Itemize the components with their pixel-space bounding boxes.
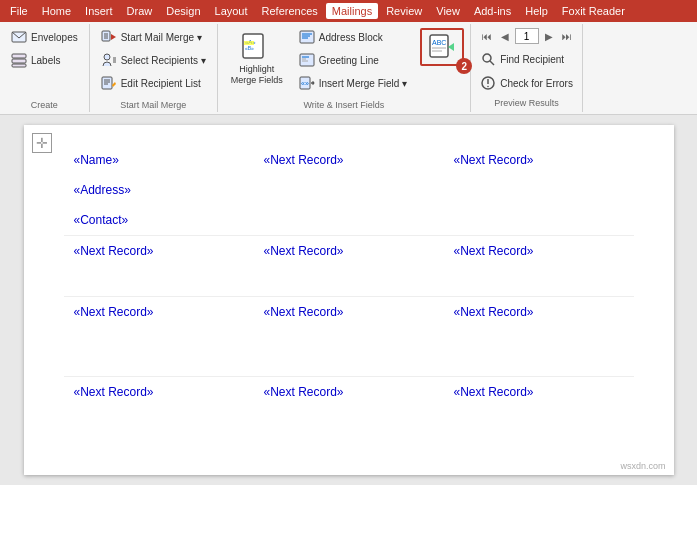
check-errors-icon — [480, 75, 496, 91]
labels-icon — [11, 52, 27, 68]
select-recipients-button[interactable]: Select Recipients ▾ — [96, 49, 211, 71]
insert-merge-field-button[interactable]: «» Insert Merge Field ▾ — [294, 72, 412, 94]
cell-next-record-2: «Next Record» — [444, 145, 634, 175]
nav-page-input[interactable] — [515, 28, 539, 44]
create-group-content: Envelopes Labels — [6, 26, 83, 98]
cell-empty-5 — [64, 266, 254, 296]
cell-next-rr2: «Next Record» — [254, 296, 444, 327]
greeting-line-icon — [299, 52, 315, 68]
menu-draw[interactable]: Draw — [121, 3, 159, 19]
find-recipient-button[interactable]: Find Recipient — [475, 48, 578, 70]
menu-references[interactable]: References — [256, 3, 324, 19]
menu-bar: File Home Insert Draw Design Layout Refe… — [0, 0, 697, 22]
write-insert-col: Address Block Greeting Line — [294, 26, 412, 94]
cell-empty-1 — [254, 175, 444, 205]
table-row: «Contact» — [64, 205, 634, 236]
nav-last-button[interactable]: ⏭ — [559, 28, 575, 44]
labels-button[interactable]: Labels — [6, 49, 83, 71]
menu-help[interactable]: Help — [519, 3, 554, 19]
svg-marker-17 — [112, 82, 116, 87]
address-block-icon — [299, 29, 315, 45]
cell-next-rrr3: «Next Record» — [444, 377, 634, 408]
insert-merge-field-icon: «» — [299, 75, 315, 91]
create-group-label: Create — [31, 98, 58, 110]
cell-empty-3 — [254, 205, 444, 236]
menu-insert[interactable]: Insert — [79, 3, 119, 19]
cell-address: «Address» — [64, 175, 254, 205]
ribbon-group-create: Envelopes Labels Create — [0, 24, 90, 112]
svg-marker-39 — [448, 43, 454, 51]
ribbon-content: Envelopes Labels Create — [0, 22, 697, 114]
menu-design[interactable]: Design — [160, 3, 206, 19]
menu-layout[interactable]: Layout — [209, 3, 254, 19]
svg-rect-21 — [244, 41, 254, 45]
menu-review[interactable]: Review — [380, 3, 428, 19]
svg-text:«»: «» — [301, 80, 309, 87]
highlight-merge-fields-label: HighlightMerge Fields — [231, 64, 283, 86]
cell-next-r2: «Next Record» — [254, 236, 444, 267]
check-for-errors-button[interactable]: Check for Errors — [475, 72, 578, 94]
cell-name: «Name» — [64, 145, 254, 175]
write-insert-group-content: «A» «B» HighlightMerge Fields — [224, 26, 464, 98]
envelopes-label: Envelopes — [31, 32, 78, 43]
cell-next-record-1: «Next Record» — [254, 145, 444, 175]
svg-line-41 — [490, 61, 494, 65]
nav-next-button[interactable]: ▶ — [541, 28, 557, 44]
table-row: «Next Record» «Next Record» «Next Record… — [64, 296, 634, 327]
edit-recipient-list-button[interactable]: Edit Recipient List — [96, 72, 211, 94]
menu-mailings[interactable]: Mailings — [326, 3, 378, 19]
cell-next-rr3: «Next Record» — [444, 296, 634, 327]
svg-point-44 — [487, 86, 489, 88]
nav-arrows: ⏮ ◀ ▶ ⏭ — [479, 28, 575, 44]
envelopes-button[interactable]: Envelopes — [6, 26, 83, 48]
svg-rect-13 — [102, 77, 112, 89]
cell-empty-4 — [444, 205, 634, 236]
find-recipient-label: Find Recipient — [500, 54, 564, 65]
find-recipient-icon — [480, 51, 496, 67]
svg-rect-3 — [12, 64, 26, 67]
nav-prev-button[interactable]: ◀ — [497, 28, 513, 44]
watermark: wsxdn.com — [620, 461, 665, 471]
write-insert-group-label: Write & Insert Fields — [304, 98, 385, 110]
nav-first-button[interactable]: ⏮ — [479, 28, 495, 44]
preview-merge-icon: ABC — [428, 33, 456, 61]
cell-next-r3: «Next Record» — [444, 236, 634, 267]
svg-rect-1 — [12, 54, 26, 58]
cell-empty-9 — [254, 327, 444, 377]
menu-view[interactable]: View — [430, 3, 466, 19]
move-handle[interactable]: ✛ — [32, 133, 52, 153]
ribbon-group-mailmerge: Start Mail Merge ▾ Select Recipients ▾ — [90, 24, 218, 112]
insert-merge-field-label: Insert Merge Field ▾ — [319, 78, 407, 89]
document-table: «Name» «Next Record» «Next Record» «Addr… — [64, 145, 634, 407]
highlight-merge-fields-button[interactable]: «A» «B» HighlightMerge Fields — [224, 26, 290, 90]
highlight-merge-icon: «A» «B» — [241, 30, 273, 62]
menu-addins[interactable]: Add-ins — [468, 3, 517, 19]
svg-line-34 — [312, 83, 314, 85]
menu-home[interactable]: Home — [36, 3, 77, 19]
svg-point-40 — [483, 54, 491, 62]
cell-empty-7 — [444, 266, 634, 296]
edit-recipient-icon — [101, 75, 117, 91]
greeting-line-button[interactable]: Greeting Line — [294, 49, 412, 71]
document-page: ✛ «Name» «Next Record» «Next Record» «Ad… — [24, 125, 674, 475]
greeting-line-label: Greeting Line — [319, 55, 379, 66]
address-block-label: Address Block — [319, 32, 383, 43]
cell-empty-8 — [64, 327, 254, 377]
svg-rect-26 — [300, 54, 314, 66]
mailmerge-group-label: Start Mail Merge — [120, 98, 186, 110]
select-recipients-label: Select Recipients ▾ — [121, 55, 206, 66]
cell-next-r1: «Next Record» — [64, 236, 254, 267]
cell-empty-6 — [254, 266, 444, 296]
table-row: «Next Record» «Next Record» «Next Record… — [64, 377, 634, 408]
labels-label: Labels — [31, 55, 60, 66]
start-mail-merge-button[interactable]: Start Mail Merge ▾ — [96, 26, 211, 48]
menu-file[interactable]: File — [4, 3, 34, 19]
envelope-icon — [11, 29, 27, 45]
mailmerge-col: Start Mail Merge ▾ Select Recipients ▾ — [96, 26, 211, 94]
cell-contact: «Contact» — [64, 205, 254, 236]
address-block-button[interactable]: Address Block — [294, 26, 412, 48]
preview-results-group-label: Preview Results — [494, 96, 559, 108]
create-col: Envelopes Labels — [6, 26, 83, 71]
ribbon: Envelopes Labels Create — [0, 22, 697, 115]
menu-foxit[interactable]: Foxit Reader — [556, 3, 631, 19]
